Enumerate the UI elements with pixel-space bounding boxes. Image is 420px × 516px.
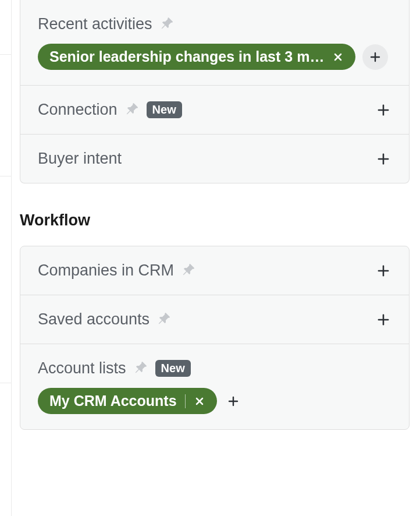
panel-header[interactable]: Recent activities — [38, 15, 391, 33]
plus-icon — [226, 394, 240, 408]
pin-icon — [182, 263, 195, 276]
panel-title: Account lists — [38, 359, 126, 377]
filter-group: Recent activitiesSenior leadership chang… — [20, 0, 410, 183]
panel-header[interactable]: ConnectionNew — [38, 101, 391, 119]
filter-panel-recent-activities: Recent activitiesSenior leadership chang… — [20, 0, 409, 86]
chip-label: My CRM Accounts — [49, 393, 177, 409]
panel-title: Recent activities — [38, 15, 152, 33]
pin-icon[interactable] — [158, 312, 170, 327]
panel-title: Buyer intent — [38, 150, 122, 168]
expand-icon[interactable] — [375, 102, 391, 118]
workflow-group: Companies in CRMSaved accountsAccount li… — [20, 246, 410, 430]
filter-panel-account-lists: Account listsNewMy CRM Accounts — [20, 344, 409, 429]
chips-row: Senior leadership changes in last 3 m… — [38, 44, 391, 70]
filter-panel-companies-in-crm: Companies in CRM — [20, 246, 409, 295]
pin-icon[interactable] — [126, 103, 138, 118]
chip-divider — [185, 394, 186, 408]
new-badge: New — [155, 360, 191, 377]
panel-header[interactable]: Account listsNew — [38, 359, 391, 377]
panel-title: Saved accounts — [38, 310, 150, 328]
panel-header[interactable]: Saved accounts — [38, 310, 391, 328]
filter-panel-saved-accounts: Saved accounts — [20, 295, 409, 344]
panel-header[interactable]: Buyer intent — [38, 150, 391, 168]
expand-icon[interactable] — [375, 312, 391, 328]
pin-icon — [126, 103, 138, 115]
pin-icon — [158, 312, 170, 325]
filter-panel-buyer-intent: Buyer intent — [20, 135, 409, 183]
new-badge: New — [147, 101, 182, 118]
expand-icon[interactable] — [375, 263, 391, 279]
panel-title: Connection — [38, 101, 118, 119]
section-heading-workflow: Workflow — [20, 211, 410, 229]
add-chip-button[interactable] — [362, 44, 388, 70]
panel-header[interactable]: Companies in CRM — [38, 261, 391, 280]
expand-icon[interactable] — [375, 151, 391, 167]
pin-icon[interactable] — [182, 263, 195, 278]
filter-panel-connection: ConnectionNew — [20, 86, 409, 135]
pin-icon[interactable] — [161, 17, 173, 32]
filter-chip[interactable]: Senior leadership changes in last 3 m… — [38, 44, 355, 70]
left-rail — [0, 0, 12, 516]
add-chip-button[interactable] — [224, 392, 243, 411]
pin-icon[interactable] — [134, 361, 147, 376]
plus-icon — [368, 50, 382, 64]
pin-icon — [134, 361, 147, 374]
panel-title: Companies in CRM — [38, 261, 174, 280]
close-icon[interactable] — [194, 395, 205, 407]
chips-row: My CRM Accounts — [38, 388, 391, 414]
chip-label: Senior leadership changes in last 3 m… — [49, 48, 324, 65]
pin-icon — [161, 17, 173, 30]
filter-chip[interactable]: My CRM Accounts — [38, 388, 217, 414]
close-icon[interactable] — [332, 51, 344, 63]
